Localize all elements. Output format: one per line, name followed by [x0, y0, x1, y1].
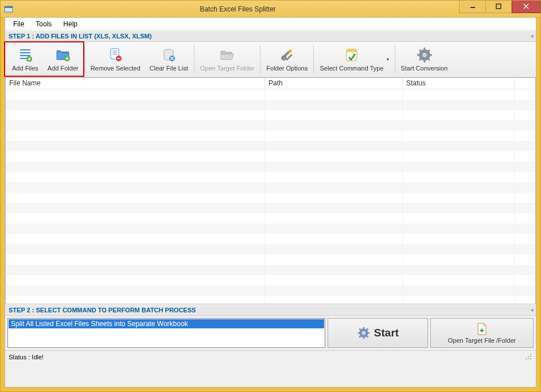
- svg-point-56: [528, 358, 529, 359]
- add-folder-button[interactable]: Add Folder: [43, 43, 83, 76]
- toolbar-separator: [194, 45, 194, 73]
- table-row: [6, 193, 535, 203]
- window-controls: [459, 1, 540, 13]
- table-row: [6, 182, 535, 193]
- clear-list-label: Clear File List: [150, 65, 188, 72]
- add-files-icon: [17, 47, 33, 63]
- table-row: [6, 254, 535, 265]
- menu-help[interactable]: Help: [57, 19, 83, 29]
- select-command-icon: [344, 47, 360, 63]
- open-target-icon: [219, 47, 235, 63]
- svg-point-41: [422, 53, 427, 57]
- start-label: Start: [374, 327, 399, 339]
- col-status[interactable]: Status: [403, 78, 515, 89]
- folder-options-button[interactable]: Folder Options: [262, 43, 312, 76]
- list-header: File Name Path Status: [6, 78, 535, 89]
- svg-rect-1: [5, 6, 13, 8]
- open-target-folder-button[interactable]: Open Target File /Folder: [430, 318, 534, 348]
- step2-header: STEP 2 : SELECT COMMAND TO PERFORM BATCH…: [5, 304, 536, 316]
- step1-label: STEP 1 : ADD FILES IN LIST (XLS, XLSX, X…: [9, 33, 151, 40]
- menu-file[interactable]: File: [7, 19, 30, 29]
- folder-options-label: Folder Options: [266, 65, 308, 72]
- remove-selected-button[interactable]: Remove Selected: [86, 43, 145, 76]
- add-files-label: Add Files: [12, 65, 38, 72]
- svg-point-53: [528, 356, 529, 357]
- svg-line-29: [287, 55, 291, 60]
- toolbar-separator: [84, 45, 85, 73]
- status-text: Status : Idle!: [9, 354, 44, 360]
- toolbar-separator: [313, 45, 314, 73]
- table-row: [6, 265, 535, 275]
- table-row: [6, 213, 535, 224]
- app-body: File Tools Help STEP 1 : ADD FILES IN LI…: [5, 17, 536, 387]
- table-row: [6, 120, 535, 131]
- select-command-button[interactable]: Select Command Type ▾: [315, 43, 393, 76]
- remove-selected-icon: [107, 47, 123, 63]
- gear-icon: [357, 326, 371, 340]
- select-command-label: Select Command Type: [320, 65, 383, 72]
- svg-line-39: [419, 58, 421, 60]
- panel-grip-icon: ▾: [531, 308, 532, 313]
- start-button[interactable]: Start: [328, 318, 428, 348]
- svg-rect-8: [20, 55, 30, 56]
- file-list: File Name Path Status: [5, 77, 536, 304]
- table-row: [6, 110, 535, 120]
- toolbar: Add Files Add Folder Remove Selected Cle…: [5, 42, 536, 77]
- svg-point-54: [530, 356, 531, 357]
- start-conversion-button[interactable]: Start Conversion: [396, 43, 453, 76]
- svg-rect-3: [496, 4, 501, 9]
- toolbar-separator: [395, 45, 395, 73]
- open-target-folder-label: Open Target File /Folder: [448, 337, 516, 344]
- svg-rect-6: [20, 49, 30, 50]
- titlebar: Batch Excel Files Splitter: [1, 1, 540, 18]
- table-row: [6, 203, 535, 213]
- table-row: [6, 162, 535, 172]
- folder-options-icon: [279, 47, 295, 63]
- command-select[interactable]: Split All Listed Excel Files Sheets into…: [7, 318, 325, 348]
- svg-point-52: [530, 354, 531, 355]
- window-title: Batch Excel Files Splitter: [17, 5, 459, 13]
- clear-list-icon: [161, 47, 177, 63]
- maximize-button[interactable]: [485, 1, 512, 13]
- app-icon: [4, 5, 13, 14]
- svg-line-47: [359, 328, 361, 330]
- svg-line-50: [367, 328, 368, 330]
- table-row: [6, 100, 535, 110]
- step1-header: STEP 1 : ADD FILES IN LIST (XLS, XLSX, X…: [5, 30, 536, 42]
- table-row: [6, 131, 535, 141]
- svg-line-37: [419, 50, 421, 52]
- chevron-down-icon: ▾: [387, 57, 389, 62]
- table-row: [6, 234, 535, 244]
- svg-point-55: [526, 358, 527, 359]
- open-target-button[interactable]: Open Target Folder: [196, 43, 259, 76]
- table-row: [6, 285, 535, 296]
- table-row: [6, 275, 535, 285]
- svg-line-48: [367, 336, 368, 338]
- toolbar-separator: [260, 45, 260, 73]
- open-target-label: Open Target Folder: [200, 65, 255, 72]
- svg-line-38: [428, 58, 430, 60]
- table-row: [6, 244, 535, 254]
- statusbar: Status : Idle!: [5, 350, 536, 363]
- col-file-name[interactable]: File Name: [6, 78, 265, 89]
- svg-rect-31: [347, 49, 357, 52]
- add-folder-label: Add Folder: [48, 65, 79, 72]
- svg-line-49: [359, 336, 361, 338]
- clear-list-button[interactable]: Clear File List: [145, 43, 193, 76]
- table-row: [6, 141, 535, 151]
- list-body[interactable]: [6, 89, 535, 304]
- command-selected[interactable]: Split All Listed Excel Files Sheets into…: [9, 319, 324, 328]
- minimize-button[interactable]: [459, 1, 485, 13]
- start-conversion-label: Start Conversion: [401, 65, 448, 72]
- table-row: [6, 151, 535, 162]
- close-button[interactable]: [512, 1, 540, 13]
- remove-selected-label: Remove Selected: [91, 65, 141, 72]
- bottom-panel: Split All Listed Excel Files Sheets into…: [5, 316, 536, 350]
- col-path[interactable]: Path: [265, 78, 403, 89]
- menu-tools[interactable]: Tools: [30, 19, 57, 29]
- add-files-button[interactable]: Add Files: [7, 43, 43, 76]
- svg-point-51: [361, 331, 365, 335]
- start-conversion-icon: [417, 47, 433, 63]
- table-row: [6, 89, 535, 100]
- resize-grip-icon[interactable]: [524, 352, 532, 362]
